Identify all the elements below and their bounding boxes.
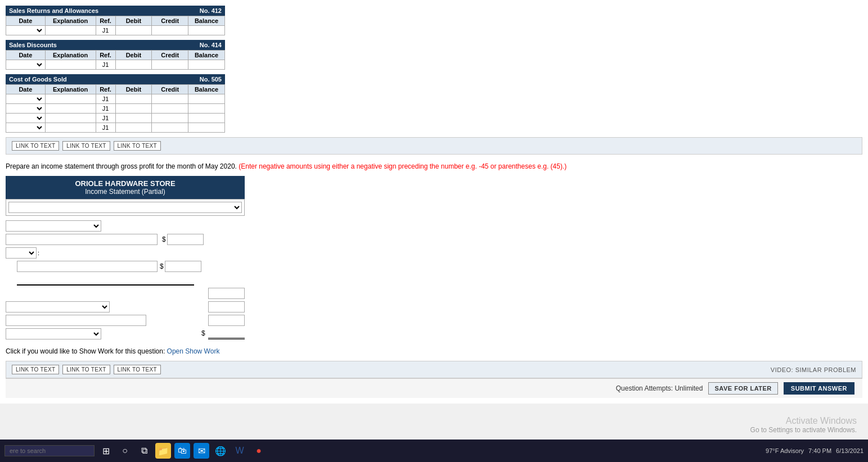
date-select-cg4[interactable] xyxy=(7,124,44,132)
stmt-row-9: Gross Profit $ xyxy=(6,328,245,339)
cost-of-goods-table: Date Explanation Ref. Debit Credit Balan… xyxy=(6,84,225,133)
debit-input-sd1[interactable] xyxy=(117,61,151,69)
row3-colon: : xyxy=(38,250,39,256)
stmt-row-8 xyxy=(6,315,245,326)
link-to-text-btn-1[interactable]: LINK TO TEXT xyxy=(12,141,59,151)
income-statement-container: ORIOLE HARDWARE STORE Income Statement (… xyxy=(6,176,245,339)
cost-of-goods-header: Cost of Goods Sold No. 505 xyxy=(6,74,225,84)
ref-cell: J1 xyxy=(96,94,115,104)
sales-discounts-table: Date Explanation Ref. Debit Credit Balan… xyxy=(6,50,225,70)
cost-of-goods-number: No. 505 xyxy=(200,76,222,83)
row9-value-input[interactable] xyxy=(208,328,245,339)
table-row: J1 xyxy=(6,123,225,133)
row4-value-input[interactable] xyxy=(165,261,201,272)
row7-select[interactable]: Cost of Goods Sold xyxy=(6,301,110,312)
stmt-body: Sales Revenue Net Sales $ Less : xyxy=(6,220,245,339)
credit-input-sr1[interactable] xyxy=(153,26,187,34)
balance-input-cg2[interactable] xyxy=(190,105,223,112)
sales-discounts-number: No. 414 xyxy=(200,42,222,48)
col-debit: Debit xyxy=(115,85,152,94)
stmt-row-2: $ xyxy=(6,234,245,245)
ref-cell: J1 xyxy=(96,26,115,35)
link-to-text-btn-3[interactable]: LINK TO TEXT xyxy=(114,141,161,151)
balance-input-cg1[interactable] xyxy=(190,95,223,103)
sales-returns-title: Sales Returns and Allowances xyxy=(9,7,98,14)
bottom-bar: LINK TO TEXT LINK TO TEXT LINK TO TEXT V… xyxy=(6,361,862,378)
row2-label-input[interactable] xyxy=(6,234,158,245)
link-to-text-btn-bottom-2[interactable]: LINK TO TEXT xyxy=(62,365,110,374)
row3-select[interactable]: Less xyxy=(6,247,37,259)
stmt-row-7: Cost of Goods Sold xyxy=(6,301,245,312)
video-similar-problem-link[interactable]: VIDEO: SIMILAR PROBLEM xyxy=(771,366,856,373)
date-select-sd1[interactable] xyxy=(7,61,44,69)
instruction-text: Prepare an income statement through gros… xyxy=(6,161,862,171)
debit-input-cg3[interactable] xyxy=(117,114,151,122)
col-ref: Ref. xyxy=(96,51,115,60)
table-row: J1 xyxy=(6,94,225,104)
store-name: ORIOLE HARDWARE STORE xyxy=(11,179,239,188)
link-to-text-btn-2[interactable]: LINK TO TEXT xyxy=(62,141,110,151)
income-stmt-header: ORIOLE HARDWARE STORE Income Statement (… xyxy=(6,176,245,199)
balance-input-sr1[interactable] xyxy=(190,26,223,34)
debit-input-sr1[interactable] xyxy=(117,26,151,34)
sales-returns-section: Sales Returns and Allowances No. 412 Dat… xyxy=(6,6,225,35)
row6-value-input[interactable] xyxy=(208,288,245,299)
balance-input-sd1[interactable] xyxy=(190,61,223,69)
col-date: Date xyxy=(6,51,46,60)
row1-label-select[interactable]: Sales Revenue Net Sales xyxy=(6,220,101,232)
row5-value-input[interactable] xyxy=(158,274,194,286)
col-debit: Debit xyxy=(115,16,152,26)
row8-value-input[interactable] xyxy=(208,315,245,326)
col-balance: Balance xyxy=(188,85,225,94)
cost-of-goods-title: Cost of Goods Sold xyxy=(9,76,67,83)
debit-input-cg2[interactable] xyxy=(117,105,151,112)
row7-value-input[interactable] xyxy=(208,301,245,312)
date-select-sr1[interactable] xyxy=(7,26,44,34)
credit-input-cg4[interactable] xyxy=(153,124,187,132)
stmt-row-6 xyxy=(6,288,245,299)
link-bar-top: LINK TO TEXT LINK TO TEXT LINK TO TEXT xyxy=(6,137,862,155)
open-show-work-link[interactable]: Open Show Work xyxy=(167,347,220,355)
credit-input-cg3[interactable] xyxy=(153,114,187,122)
period-dropdown-row: For the Month Ended May 31, 2020 xyxy=(6,199,245,216)
table-row: J1 xyxy=(6,114,225,123)
instruction-note: (Enter negative amounts using either a n… xyxy=(239,162,566,170)
col-credit: Credit xyxy=(152,16,188,26)
cost-of-goods-section: Cost of Goods Sold No. 505 Date Explanat… xyxy=(6,74,225,133)
sales-discounts-section: Sales Discounts No. 414 Date Explanation… xyxy=(6,40,225,70)
show-work-row: Click if you would like to Show Work for… xyxy=(6,347,862,355)
row8-label-input[interactable] xyxy=(6,315,146,326)
credit-input-cg2[interactable] xyxy=(153,105,187,112)
row5-label-input[interactable] xyxy=(17,274,158,286)
date-select-cg3[interactable] xyxy=(7,114,44,122)
dollar-sign-2: $ xyxy=(160,262,164,270)
submit-answer-button[interactable]: SUBMIT ANSWER xyxy=(784,382,854,395)
attempts-text: Question Attempts: Unlimited xyxy=(616,384,703,392)
col-date: Date xyxy=(6,85,46,94)
table-row: J1 xyxy=(6,104,225,114)
col-credit: Credit xyxy=(152,51,188,60)
col-balance: Balance xyxy=(188,51,225,60)
debit-input-cg1[interactable] xyxy=(117,95,151,103)
date-select-cg2[interactable] xyxy=(7,105,44,112)
period-select[interactable]: For the Month Ended May 31, 2020 xyxy=(8,202,242,213)
row4-label-input[interactable] xyxy=(17,261,158,272)
save-for-later-button[interactable]: SAVE FOR LATER xyxy=(708,382,777,395)
date-select-cg1[interactable] xyxy=(7,95,44,103)
link-to-text-btn-bottom-3[interactable]: LINK TO TEXT xyxy=(114,365,161,374)
stmt-row-5 xyxy=(17,274,245,286)
credit-input-cg1[interactable] xyxy=(153,95,187,103)
link-to-text-btn-bottom-1[interactable]: LINK TO TEXT xyxy=(12,365,59,374)
row9-select[interactable]: Gross Profit xyxy=(6,328,101,339)
col-ref: Ref. xyxy=(96,85,115,94)
sales-discounts-title: Sales Discounts xyxy=(9,42,57,48)
col-credit: Credit xyxy=(152,85,188,94)
stmt-type: Income Statement (Partial) xyxy=(11,188,239,196)
balance-input-cg4[interactable] xyxy=(190,124,223,132)
debit-input-cg4[interactable] xyxy=(117,124,151,132)
dollar-sign-1: $ xyxy=(162,235,166,243)
credit-input-sd1[interactable] xyxy=(153,61,187,69)
stmt-row-3: Less : xyxy=(6,247,245,259)
row2-value-input[interactable] xyxy=(167,234,204,245)
balance-input-cg3[interactable] xyxy=(190,114,223,122)
